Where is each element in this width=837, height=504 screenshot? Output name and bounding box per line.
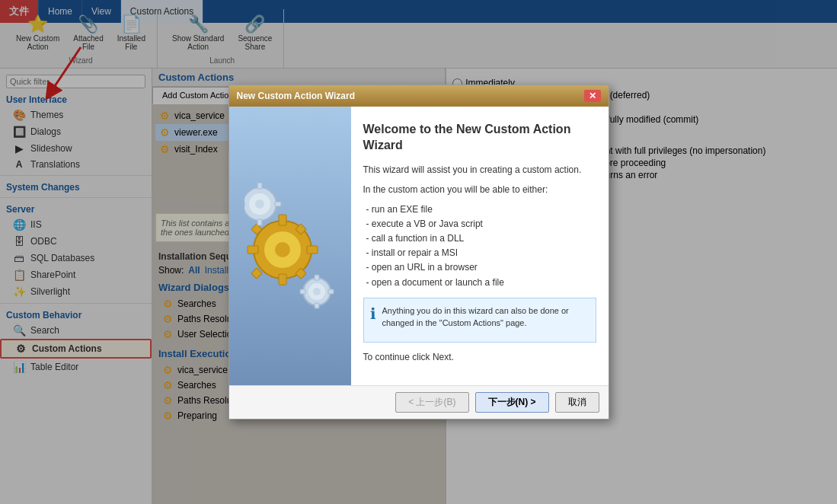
modal-option-3: - call a function in a DLL xyxy=(366,231,596,246)
svg-rect-5 xyxy=(279,215,286,225)
svg-point-4 xyxy=(275,242,290,257)
modal-option-6: - open a document or launch a file xyxy=(366,276,596,290)
modal-option-4: - install or repair a MSI xyxy=(366,246,596,260)
info-icon: ℹ xyxy=(370,305,376,336)
svg-rect-24 xyxy=(315,303,319,308)
modal-sidebar-graphic xyxy=(229,107,351,385)
modal-options-list: - run an EXE file - execute a VB or Java… xyxy=(363,203,596,290)
modal-info-text: Anything you do in this wizard can also … xyxy=(382,305,589,330)
svg-point-22 xyxy=(313,288,321,295)
svg-rect-8 xyxy=(307,246,318,254)
svg-rect-26 xyxy=(328,289,334,294)
new-custom-action-modal: New Custom Action Wizard ✕ xyxy=(228,85,609,419)
modal-text-content: Welcome to the New Custom Action Wizard … xyxy=(351,107,609,385)
modal-continue-text: To continue click Next. xyxy=(363,350,596,364)
svg-rect-11 xyxy=(251,268,261,279)
modal-heading: Welcome to the New Custom Action Wizard xyxy=(363,122,596,154)
svg-rect-16 xyxy=(257,183,262,189)
modal-option-2: - execute a VB or Java script xyxy=(366,217,596,231)
modal-titlebar: New Custom Action Wizard ✕ xyxy=(229,85,609,107)
gears-graphic xyxy=(244,181,336,311)
modal-option-5: - open an URL in a browser xyxy=(366,260,596,275)
modal-option-1: - run an EXE file xyxy=(366,203,596,217)
modal-overlay: New Custom Action Wizard ✕ xyxy=(0,0,837,504)
svg-rect-23 xyxy=(315,275,319,280)
modal-footer: < 上一步(B) 下一步(N) > 取消 xyxy=(229,385,609,419)
modal-close-button[interactable]: ✕ xyxy=(584,90,601,102)
modal-intro: This wizard will assist you in creating … xyxy=(363,163,596,177)
svg-rect-25 xyxy=(300,289,305,294)
cancel-button[interactable]: 取消 xyxy=(555,392,599,413)
modal-body: Welcome to the New Custom Action Wizard … xyxy=(229,107,609,385)
svg-rect-17 xyxy=(257,219,262,225)
next-button[interactable]: 下一步(N) > xyxy=(475,392,549,413)
back-button[interactable]: < 上一步(B) xyxy=(395,392,468,413)
modal-info-box: ℹ Anything you do in this wizard can als… xyxy=(363,298,596,343)
svg-point-15 xyxy=(255,199,264,209)
modal-title: New Custom Action Wizard xyxy=(237,91,355,101)
svg-rect-19 xyxy=(275,202,281,206)
svg-rect-6 xyxy=(279,274,286,285)
modal-desc: In the custom action you will be able to… xyxy=(363,183,596,196)
svg-rect-7 xyxy=(248,246,258,254)
